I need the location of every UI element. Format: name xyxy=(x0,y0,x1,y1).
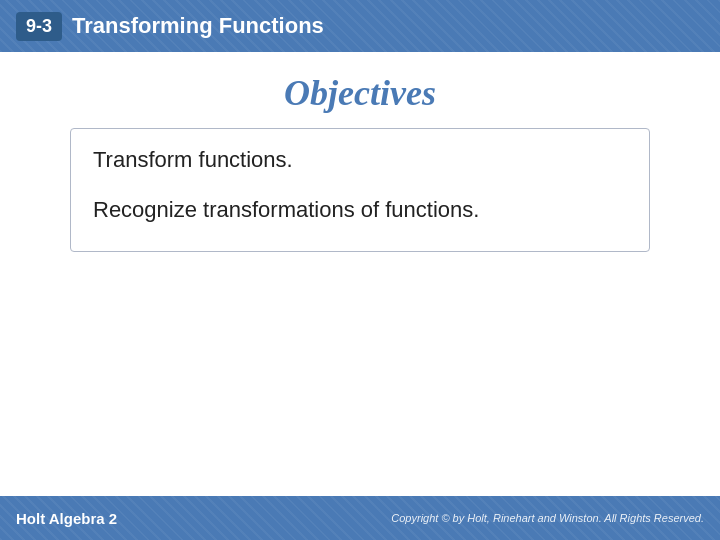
footer-bar: Holt Algebra 2 Copyright © by Holt, Rine… xyxy=(0,496,720,540)
main-content: Objectives Transform functions. Recogniz… xyxy=(0,52,720,496)
objectives-box: Transform functions. Recognize transform… xyxy=(70,128,650,252)
objective-item-1: Transform functions. xyxy=(93,147,627,183)
footer-publisher: Holt Algebra 2 xyxy=(16,510,117,527)
header-bar: 9-3 Transforming Functions xyxy=(0,0,720,52)
header-title: Transforming Functions xyxy=(72,13,324,39)
objective-item-2: Recognize transformations of functions. xyxy=(93,183,627,233)
objectives-title: Objectives xyxy=(284,72,436,114)
footer-copyright: Copyright © by Holt, Rinehart and Winsto… xyxy=(391,512,704,524)
lesson-badge: 9-3 xyxy=(16,12,62,41)
